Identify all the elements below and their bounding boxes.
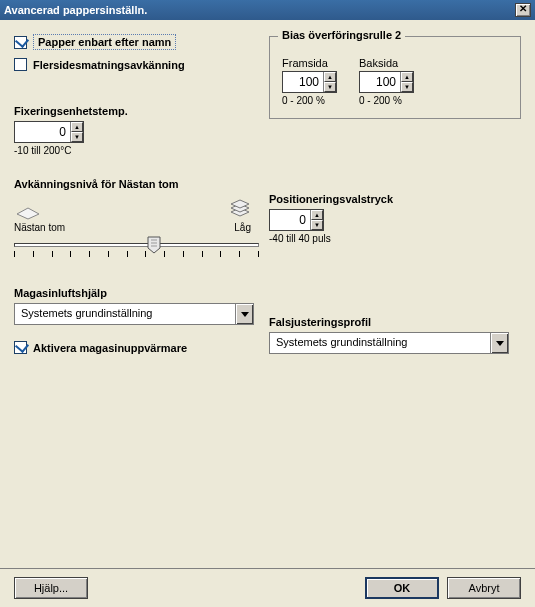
window-title: Avancerad pappersinställn. (4, 4, 147, 16)
tray-heater-row: Aktivera magasinuppvärmare (14, 341, 269, 354)
bias-back-input[interactable] (360, 72, 400, 92)
almost-empty-icon (14, 204, 40, 220)
fuser-temp-hint: -10 till 200°C (14, 145, 269, 156)
bias-back-hint: 0 - 200 % (359, 95, 414, 106)
bias-title: Bias överföringsrulle 2 (278, 29, 405, 41)
bias-front-input[interactable] (283, 72, 323, 92)
paper-by-name-row: Papper enbart efter namn (14, 34, 269, 50)
multi-feed-label: Flersidesmatningsavkänning (33, 59, 185, 71)
sensing-label: Avkänningsnivå för Nästan tom (14, 178, 269, 190)
close-button[interactable]: ✕ (515, 3, 531, 17)
multi-feed-checkbox[interactable] (14, 58, 27, 71)
tray-air-dropdown[interactable]: Systemets grundinställning (14, 303, 254, 325)
bias-groupbox: Bias överföringsrulle 2 Framsida ▲ ▼ 0 -… (269, 36, 521, 119)
bias-front-spinner[interactable]: ▲ ▼ (282, 71, 337, 93)
fold-profile-dropdown[interactable]: Systemets grundinställning (269, 332, 509, 354)
bias-back-up-icon[interactable]: ▲ (401, 72, 413, 82)
bias-front-up-icon[interactable]: ▲ (324, 72, 336, 82)
tray-heater-label: Aktivera magasinuppvärmare (33, 342, 187, 354)
slider-track (14, 243, 259, 247)
positioning-down-icon[interactable]: ▼ (311, 220, 323, 230)
bias-back-spinner[interactable]: ▲ ▼ (359, 71, 414, 93)
cancel-button[interactable]: Avbryt (447, 577, 521, 599)
fold-profile-dropdown-button[interactable] (490, 333, 508, 353)
ok-button[interactable]: OK (365, 577, 439, 599)
paper-by-name-label: Papper enbart efter namn (33, 34, 176, 50)
fold-profile-selected: Systemets grundinställning (270, 333, 490, 353)
fuser-up-icon[interactable]: ▲ (71, 122, 83, 132)
multi-feed-row: Flersidesmatningsavkänning (14, 58, 269, 71)
fuser-temp-input[interactable] (15, 122, 70, 142)
bias-back-label: Baksida (359, 57, 414, 69)
sensing-slider[interactable] (14, 243, 269, 257)
slider-ticks (14, 251, 259, 257)
fuser-temp-label: Fixeringsenhetstemp. (14, 105, 269, 117)
positioning-label: Positioneringsvalstryck (269, 193, 521, 205)
chevron-down-icon (241, 312, 249, 317)
paper-by-name-checkbox[interactable] (14, 36, 27, 49)
low-label: Låg (229, 222, 251, 233)
tray-air-dropdown-button[interactable] (235, 304, 253, 324)
chevron-down-icon (496, 341, 504, 346)
bias-front-down-icon[interactable]: ▼ (324, 82, 336, 92)
positioning-spinner[interactable]: ▲ ▼ (269, 209, 324, 231)
svg-marker-0 (17, 208, 39, 219)
fold-profile-label: Falsjusteringsprofil (269, 316, 521, 328)
help-button[interactable]: Hjälp... (14, 577, 88, 599)
almost-empty-label: Nästan tom (14, 222, 65, 233)
positioning-input[interactable] (270, 210, 310, 230)
bias-back-down-icon[interactable]: ▼ (401, 82, 413, 92)
fuser-temp-spinner[interactable]: ▲ ▼ (14, 121, 84, 143)
svg-marker-4 (148, 237, 160, 253)
dialog-footer: Hjälp... OK Avbryt (0, 568, 535, 607)
positioning-hint: -40 till 40 puls (269, 233, 521, 244)
tray-air-selected: Systemets grundinställning (15, 304, 235, 324)
slider-thumb[interactable] (147, 236, 161, 254)
bias-front-hint: 0 - 200 % (282, 95, 337, 106)
low-stack-icon (229, 196, 251, 220)
positioning-up-icon[interactable]: ▲ (311, 210, 323, 220)
dialog-content: Papper enbart efter namn Flersidesmatnin… (0, 20, 535, 567)
tray-air-label: Magasinluftshjälp (14, 287, 269, 299)
fuser-down-icon[interactable]: ▼ (71, 132, 83, 142)
title-bar: Avancerad pappersinställn. ✕ (0, 0, 535, 20)
tray-heater-checkbox[interactable] (14, 341, 27, 354)
bias-front-label: Framsida (282, 57, 337, 69)
